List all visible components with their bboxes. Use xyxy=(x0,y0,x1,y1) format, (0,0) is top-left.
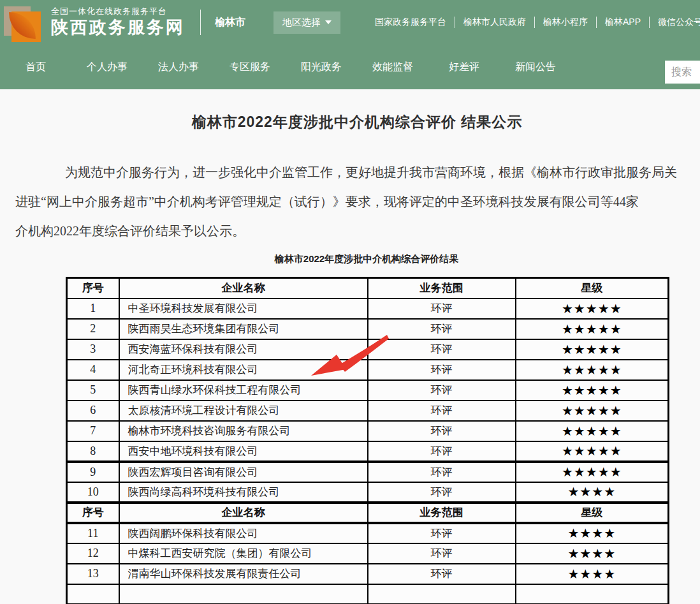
table-row: 12中煤科工西安研究院（集团）有限公司环评★★★★ xyxy=(67,543,669,564)
row-number: 10 xyxy=(67,482,119,503)
row-number: 1 xyxy=(67,298,119,319)
evaluation-table: 序号企业名称业务范围星级1中圣环境科技发展有限公司环评★★★★★2陕西雨昊生态环… xyxy=(66,277,669,604)
star-rating: ★★★★★ xyxy=(516,298,669,319)
top-links: 国家政务服务平台 榆林市人民政府 榆林小程序 榆林APP 微信公众号 注册 xyxy=(367,0,700,45)
business-scope: 环评 xyxy=(368,441,516,462)
row-number: 8 xyxy=(67,441,119,462)
row-number: 7 xyxy=(67,421,119,441)
site-logo xyxy=(4,4,43,43)
row-number: 6 xyxy=(67,401,119,421)
business-scope: 环评 xyxy=(368,462,516,482)
table-row-clipped xyxy=(67,584,669,604)
link-national-platform[interactable]: 国家政务服务平台 xyxy=(367,17,455,28)
table-row: 10陕西尚绿高科环境科技有限公司环评★★★★ xyxy=(67,482,669,503)
table-header-row: 序号企业名称业务范围星级 xyxy=(67,503,669,523)
nav-item-news[interactable]: 新闻公告 xyxy=(500,61,571,74)
header-top-row: 全国一体化在线政务服务平台 陕西政务服务网 榆林市 地区选择 国家政务服务平台 … xyxy=(0,0,700,45)
site-name: 陕西政务服务网 xyxy=(51,18,185,38)
region-select-label: 地区选择 xyxy=(282,17,321,29)
link-city-app[interactable]: 榆林APP xyxy=(597,17,650,28)
column-header: 业务范围 xyxy=(368,278,516,298)
business-scope: 环评 xyxy=(368,339,516,360)
row-number: 4 xyxy=(67,360,119,380)
row-number: 2 xyxy=(67,319,119,339)
star-rating: ★★★★★ xyxy=(516,421,669,441)
row-number: 13 xyxy=(67,564,119,584)
table-row: 9陕西宏辉项目咨询有限公司环评★★★★★ xyxy=(67,462,669,482)
page-title: 榆林市2022年度涉批中介机构综合评价 结果公示 xyxy=(0,112,700,132)
column-header: 序号 xyxy=(67,503,119,523)
article-content: 榆林市2022年度涉批中介机构综合评价 结果公示 为规范中介服务行为，进一步强化… xyxy=(0,89,700,604)
column-header: 业务范围 xyxy=(368,503,516,523)
brand-block: 全国一体化在线政务服务平台 陕西政务服务网 xyxy=(51,7,185,38)
platform-line: 全国一体化在线政务服务平台 xyxy=(51,7,185,17)
business-scope: 环评 xyxy=(368,360,516,380)
row-number: 3 xyxy=(67,339,119,360)
business-scope: 环评 xyxy=(368,401,516,421)
company-name: 渭南华山环保科技发展有限责任公司 xyxy=(119,564,368,584)
main-nav: 首页 个人办事 法人办事 专区服务 阳光政务 效能监督 好差评 新闻公告 xyxy=(0,45,700,89)
nav-item-personal[interactable]: 个人办事 xyxy=(71,61,143,74)
star-rating: ★★★★ xyxy=(516,482,669,503)
business-scope: 环评 xyxy=(368,298,516,319)
current-city-label: 榆林市 xyxy=(215,16,245,29)
row-number: 5 xyxy=(67,380,119,401)
table-row: 7榆林市环境科技咨询服务有限公司环评★★★★★ xyxy=(67,421,669,441)
paragraph-line: 介机构2022年度综合评价结果予以公示。 xyxy=(15,216,700,246)
content-inner: 榆林市2022年度涉批中介机构综合评价 结果公示 为规范中介服务行为，进一步强化… xyxy=(0,112,700,604)
evaluation-table-body: 序号企业名称业务范围星级1中圣环境科技发展有限公司环评★★★★★2陕西雨昊生态环… xyxy=(67,278,669,604)
star-rating: ★★★★★ xyxy=(516,401,669,421)
empty-cell xyxy=(368,584,516,604)
business-scope: 环评 xyxy=(368,380,516,401)
table-row: 3西安海蓝环保科技有限公司环评★★★★★ xyxy=(67,339,669,360)
business-scope: 环评 xyxy=(368,564,516,584)
header-divider xyxy=(200,10,201,35)
row-number: 12 xyxy=(67,543,119,564)
table-row: 4河北奇正环境科技有限公司环评★★★★★ xyxy=(67,360,669,380)
column-header: 星级 xyxy=(516,503,669,523)
business-scope: 环评 xyxy=(368,523,516,543)
star-rating: ★★★★★ xyxy=(516,380,669,401)
link-city-government[interactable]: 榆林市人民政府 xyxy=(455,17,535,28)
empty-cell xyxy=(119,584,368,604)
table-row: 8西安中地环境科技有限公司环评★★★★★ xyxy=(67,441,669,462)
search-input[interactable] xyxy=(665,61,700,84)
table-row: 2陕西雨昊生态环境集团有限公司环评★★★★★ xyxy=(67,319,669,339)
nav-item-home[interactable]: 首页 xyxy=(0,61,71,74)
column-header: 序号 xyxy=(67,278,119,298)
table-row: 1中圣环境科技发展有限公司环评★★★★★ xyxy=(67,298,669,319)
star-rating: ★★★★★ xyxy=(516,319,669,339)
nav-item-efficiency[interactable]: 效能监督 xyxy=(357,61,428,74)
company-name: 陕西雨昊生态环境集团有限公司 xyxy=(119,319,368,339)
table-row: 13渭南华山环保科技发展有限责任公司环评★★★★ xyxy=(67,564,669,584)
table-caption: 榆林市2022年度涉批中介机构综合评价结果 xyxy=(66,253,667,265)
company-name: 中煤科工西安研究院（集团）有限公司 xyxy=(119,543,368,564)
link-mini-program[interactable]: 榆林小程序 xyxy=(535,17,597,28)
link-wechat-official[interactable]: 微信公众号 xyxy=(650,17,700,28)
company-name: 陕西阔鹏环保科技有限公司 xyxy=(119,523,368,543)
star-rating: ★★★★★ xyxy=(516,462,669,482)
nav-item-open-government[interactable]: 阳光政务 xyxy=(286,61,357,74)
paragraph-line: 为规范中介服务行为，进一步强化中介监管工作，更好地提升我市营商环境，根据《榆林市… xyxy=(15,158,700,187)
nav-item-rating[interactable]: 好差评 xyxy=(428,61,500,74)
company-name: 中圣环境科技发展有限公司 xyxy=(119,298,368,319)
nav-item-special-zone[interactable]: 专区服务 xyxy=(214,61,286,74)
row-number: 11 xyxy=(67,523,119,543)
company-name: 陕西尚绿高科环境科技有限公司 xyxy=(119,482,368,503)
site-header: 全国一体化在线政务服务平台 陕西政务服务网 榆林市 地区选择 国家政务服务平台 … xyxy=(0,0,700,89)
row-number: 9 xyxy=(67,462,119,482)
company-name: 榆林市环境科技咨询服务有限公司 xyxy=(119,421,368,441)
star-rating: ★★★★★ xyxy=(516,441,669,462)
company-name: 陕西宏辉项目咨询有限公司 xyxy=(119,462,368,482)
region-select-button[interactable]: 地区选择 xyxy=(273,11,340,34)
nav-item-corporate[interactable]: 法人办事 xyxy=(143,61,214,74)
business-scope: 环评 xyxy=(368,543,516,564)
star-rating: ★★★★ xyxy=(516,564,669,584)
company-name: 西安中地环境科技有限公司 xyxy=(119,441,368,462)
table-row: 5陕西青山绿水环保科技工程有限公司环评★★★★★ xyxy=(67,380,669,401)
empty-cell xyxy=(516,584,669,604)
paragraph-line: 进驻“网上中介服务超市”中介机构考评管理规定（试行）》要求，现将评定的中圣环境科… xyxy=(15,187,700,216)
empty-cell xyxy=(67,584,119,604)
company-name: 河北奇正环境科技有限公司 xyxy=(119,360,368,380)
star-rating: ★★★★★ xyxy=(516,360,669,380)
